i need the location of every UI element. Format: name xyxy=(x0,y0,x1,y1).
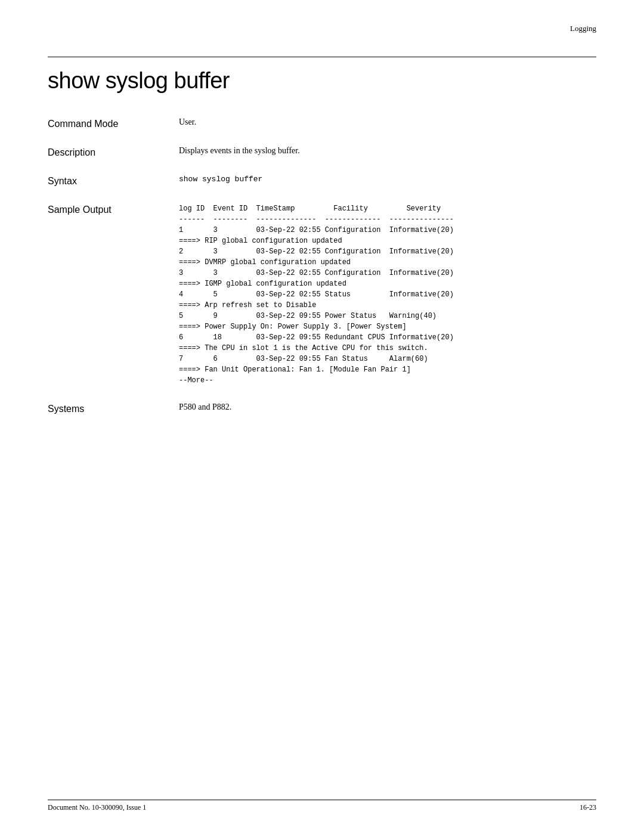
footer-right: 16-23 xyxy=(580,803,596,812)
command-mode-value: User. xyxy=(179,117,596,146)
page-container: Logging show syslog buffer Command Mode … xyxy=(0,0,644,833)
syntax-value: show syslog buffer xyxy=(179,175,596,203)
description-row: Description Displays events in the syslo… xyxy=(48,146,596,175)
bottom-divider xyxy=(48,800,596,800)
top-label: Logging xyxy=(570,24,596,33)
description-label: Description xyxy=(48,146,179,175)
sample-output-label: Sample Output xyxy=(48,203,179,402)
syntax-label: Syntax xyxy=(48,175,179,203)
description-value: Displays events in the syslog buffer. xyxy=(179,146,596,175)
systems-value: P580 and P882. xyxy=(179,402,596,431)
systems-label: Systems xyxy=(48,402,179,431)
content-table: Command Mode User. Description Displays … xyxy=(48,117,596,431)
sample-output-value: log ID Event ID TimeStamp Facility Sever… xyxy=(179,203,596,402)
code-block: log ID Event ID TimeStamp Facility Sever… xyxy=(179,203,596,386)
footer-left: Document No. 10-300090, Issue 1 xyxy=(48,803,146,812)
sample-output-row: Sample Output log ID Event ID TimeStamp … xyxy=(48,203,596,402)
systems-row: Systems P580 and P882. xyxy=(48,402,596,431)
command-mode-row: Command Mode User. xyxy=(48,117,596,146)
top-divider xyxy=(48,57,596,57)
command-mode-label: Command Mode xyxy=(48,117,179,146)
syntax-row: Syntax show syslog buffer xyxy=(48,175,596,203)
page-title: show syslog buffer xyxy=(48,68,596,94)
footer: Document No. 10-300090, Issue 1 16-23 xyxy=(48,803,596,812)
